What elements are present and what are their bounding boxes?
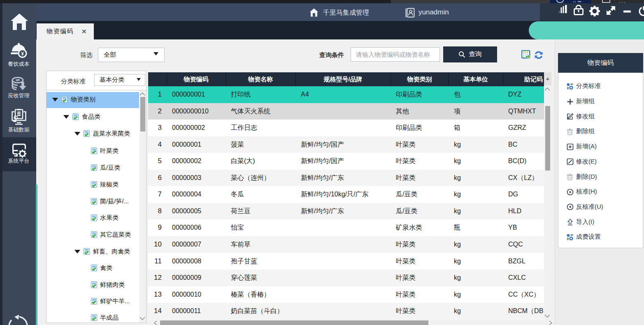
svg-text:¥: ¥: [21, 51, 24, 57]
